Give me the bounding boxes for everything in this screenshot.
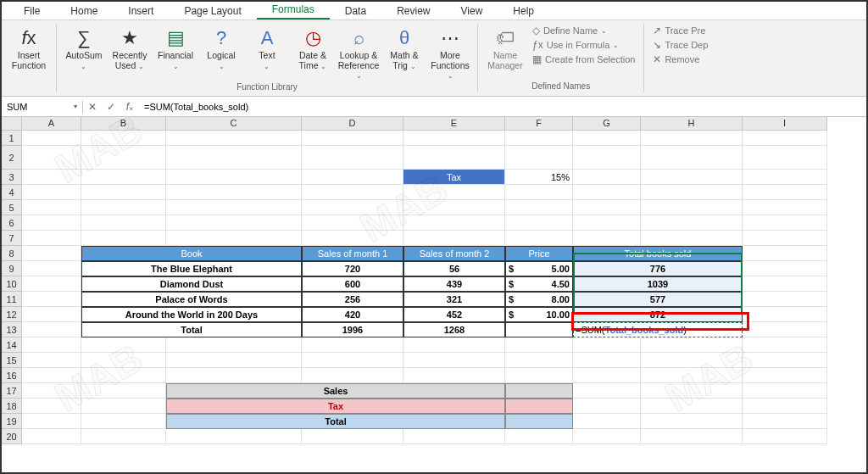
tax-row-label-cell[interactable]: Tax [166,399,505,414]
cell[interactable] [743,353,827,368]
cancel-formula-button[interactable]: ✕ [83,101,102,113]
table-cell[interactable]: 577 [573,292,743,307]
cell[interactable] [22,353,81,368]
cell[interactable] [505,353,573,368]
cell[interactable] [573,170,641,185]
row-header[interactable]: 4 [2,185,22,200]
cell[interactable] [403,337,505,353]
cell[interactable] [573,146,641,170]
cell[interactable] [641,170,743,185]
recently-used-button[interactable]: ★ Recently Used ⌄ [108,24,152,72]
col-header[interactable]: G [573,117,641,131]
cell[interactable] [505,200,573,215]
cell[interactable] [302,337,403,353]
row-header[interactable]: 18 [2,399,22,414]
cell[interactable] [22,246,81,261]
cell[interactable] [505,215,573,231]
trace-precedents-button[interactable]: ↗Trace Pre [649,24,711,37]
cell[interactable] [81,368,166,383]
cell[interactable] [505,337,573,353]
cell[interactable] [302,131,403,146]
cell[interactable] [22,322,81,337]
tab-insert[interactable]: Insert [113,3,169,20]
table-cell[interactable]: The Blue Elephant [81,261,302,276]
table-cell[interactable]: 420 [302,307,403,322]
col-header[interactable]: D [302,117,403,131]
text-button[interactable]: A Text⌄ [245,24,289,72]
row-header[interactable]: 5 [2,200,22,215]
cell[interactable] [743,185,827,200]
create-selection-button[interactable]: ▦Create from Selection [529,53,638,66]
col-header[interactable]: A [22,117,81,131]
cell[interactable] [743,429,827,444]
col-header[interactable]: F [505,117,573,131]
cell[interactable] [573,399,641,414]
cell[interactable] [403,215,505,231]
row-header[interactable]: 2 [2,146,22,170]
tax-value-cell[interactable]: 15% [505,170,573,185]
cell[interactable] [81,200,166,215]
cell[interactable] [743,131,827,146]
cell[interactable] [505,131,573,146]
col-header[interactable]: E [403,117,505,131]
cell[interactable] [743,170,827,185]
cell[interactable] [641,429,743,444]
tab-view[interactable]: View [446,3,498,20]
row-header[interactable]: 15 [2,353,22,368]
cell[interactable] [641,337,743,353]
cell[interactable] [641,383,743,399]
select-all-corner[interactable] [2,117,22,131]
table-cell[interactable]: Palace of Words [81,292,302,307]
cell[interactable] [22,215,81,231]
cell[interactable] [166,231,302,246]
table-header[interactable]: Book [81,246,302,261]
row-header[interactable]: 20 [2,429,22,444]
table-cell[interactable]: 776 [573,261,743,276]
cell[interactable] [22,146,81,170]
row-header[interactable]: 13 [2,322,22,337]
sales-label-cell[interactable]: Sales [166,383,505,399]
cell[interactable] [505,146,573,170]
cell[interactable] [22,185,81,200]
tax-label-cell[interactable]: Tax [403,170,505,185]
active-formula-cell[interactable]: =SUM(Total_books_sold) [573,322,743,337]
cell[interactable] [22,383,81,399]
row-header[interactable]: 9 [2,261,22,276]
table-cell[interactable]: $5.00 [505,261,573,276]
cell[interactable] [166,146,302,170]
cell[interactable] [505,429,573,444]
cell[interactable] [505,383,573,399]
cell[interactable] [166,131,302,146]
cell[interactable] [641,231,743,246]
row-header[interactable]: 7 [2,231,22,246]
cell[interactable] [166,429,302,444]
row-header[interactable]: 11 [2,292,22,307]
table-cell[interactable]: 600 [302,276,403,292]
table-cell[interactable]: 1996 [302,322,403,337]
row-header[interactable]: 6 [2,215,22,231]
table-cell[interactable]: $8.00 [505,292,573,307]
row-header[interactable]: 10 [2,276,22,292]
table-header[interactable]: Sales of month 1 [302,246,403,261]
cell[interactable] [573,200,641,215]
cell[interactable] [302,170,403,185]
cell[interactable] [641,215,743,231]
cell[interactable] [22,429,81,444]
row-header[interactable]: 16 [2,368,22,383]
trace-dependents-button[interactable]: ↘Trace Dep [649,38,711,52]
tab-formulas[interactable]: Formulas [257,1,330,20]
cell[interactable] [403,368,505,383]
cell[interactable] [81,399,166,414]
table-header[interactable]: Price [505,246,573,261]
table-header[interactable]: Total books sold [573,246,743,261]
cell[interactable] [743,215,827,231]
cell[interactable] [81,131,166,146]
cell[interactable] [81,185,166,200]
cell[interactable] [403,353,505,368]
tab-review[interactable]: Review [381,3,445,20]
cell[interactable] [743,276,827,292]
cell[interactable] [641,200,743,215]
cell[interactable] [81,146,166,170]
cell[interactable] [573,337,641,353]
math-trig-button[interactable]: θ Math & Trig ⌄ [382,24,426,72]
